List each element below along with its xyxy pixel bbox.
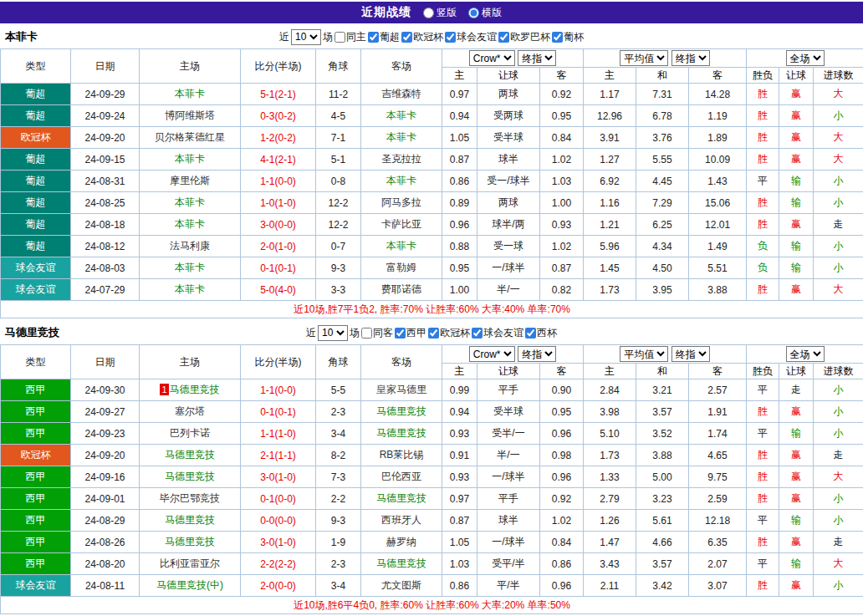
- match-date: 24-08-29: [71, 510, 140, 532]
- result-wdl: 胜: [747, 488, 779, 510]
- home-team: 贝尔格莱德红星: [140, 127, 241, 149]
- avg-home: 5.96: [584, 236, 636, 257]
- avg-draw: 5.61: [636, 510, 689, 532]
- league-filter[interactable]: 葡超: [368, 30, 400, 44]
- score: 1-2(0-2): [241, 127, 316, 149]
- average-select[interactable]: 平均值: [620, 346, 668, 362]
- score: 1-1(0-0): [241, 171, 316, 192]
- result-handicap: 输: [779, 171, 814, 192]
- odds-away: 0.96: [540, 423, 584, 445]
- result-goals: 小: [814, 192, 863, 214]
- result-goals: 小: [814, 575, 863, 597]
- final-odds-select[interactable]: 终指: [672, 50, 710, 66]
- avg-home: 1.45: [584, 257, 636, 279]
- result-wdl: 胜: [747, 575, 779, 597]
- result-goals: 大: [814, 553, 863, 575]
- result-wdl: 胜: [747, 214, 779, 236]
- league-filter[interactable]: 葡杯: [552, 30, 584, 44]
- handicap-line: 半/一: [477, 279, 540, 301]
- odds-away: 0.96: [540, 575, 584, 597]
- column-header-avg-draw: 和: [636, 68, 689, 84]
- average-select[interactable]: 平均值: [620, 50, 668, 66]
- home-team: 法马利康: [140, 236, 241, 257]
- avg-home: 1.47: [584, 532, 636, 553]
- handicap-line: 球半: [477, 149, 540, 171]
- odds-home: 1.00: [442, 279, 477, 301]
- final-odds-select[interactable]: 终指: [518, 50, 556, 66]
- score: 1-1(0-0): [241, 379, 316, 401]
- column-header-odds-home: 主: [442, 68, 477, 84]
- match-date: 24-07-29: [71, 279, 140, 301]
- match-row: 西甲24-09-16马德里竞技3-0(1-0)7-3巴伦西亚0.93一/球半0.…: [1, 466, 863, 488]
- match-date: 24-09-15: [71, 149, 140, 171]
- home-team: 塞尔塔: [140, 401, 241, 423]
- section-head: 马德里竞技 近 10 场 同客 西甲 欧冠杯 球会友谊 西杯: [0, 321, 863, 344]
- match-date: 24-08-26: [71, 532, 140, 553]
- away-team: 圣克拉拉: [361, 149, 442, 171]
- result-goals: 大: [814, 466, 863, 488]
- league-checkbox[interactable]: [552, 32, 563, 43]
- horizontal-layout-radio[interactable]: [468, 8, 479, 18]
- league-checkbox[interactable]: [368, 32, 379, 43]
- league-filter[interactable]: 欧罗巴杯: [498, 30, 550, 44]
- vertical-layout-radio[interactable]: [423, 8, 434, 18]
- horizontal-layout-label: 横版: [482, 6, 502, 20]
- league-filter[interactable]: 西杯: [525, 326, 557, 340]
- home-team: 马德里竞技: [140, 532, 241, 553]
- result-group: 全场: [747, 49, 863, 68]
- match-count-select[interactable]: 10: [318, 325, 348, 341]
- avg-away: 3.07: [689, 575, 747, 597]
- avg-draw: 5.55: [636, 149, 689, 171]
- match-count-select[interactable]: 10: [291, 29, 321, 45]
- league-filter[interactable]: 欧冠杯: [428, 326, 470, 340]
- league-checkbox[interactable]: [445, 32, 456, 43]
- odds-away: 1.03: [540, 171, 584, 192]
- league-checkbox[interactable]: [525, 328, 536, 339]
- layout-option-horizontal[interactable]: 横版: [468, 6, 502, 20]
- result-handicap: 输: [779, 236, 814, 257]
- away-team: 富勒姆: [361, 257, 442, 279]
- league-filter[interactable]: 欧冠杯: [401, 30, 443, 44]
- fulltime-select[interactable]: 全场: [786, 346, 825, 362]
- league-filter[interactable]: 球会友谊: [472, 326, 523, 340]
- bookmaker-select[interactable]: Crow*: [469, 50, 515, 66]
- handicap-odds-group: Crow* 终指: [442, 345, 584, 364]
- result-wdl: 平: [747, 379, 779, 401]
- result-wdl: 平: [747, 171, 779, 192]
- column-header-avg-home: 主: [584, 68, 636, 84]
- layout-option-vertical[interactable]: 竖版: [423, 6, 457, 20]
- corner-count: 3-4: [316, 575, 361, 597]
- league-checkbox[interactable]: [401, 32, 412, 43]
- same-venue-filter[interactable]: 同客: [361, 326, 393, 340]
- same-venue-checkbox[interactable]: [334, 32, 345, 43]
- corner-count: 7-3: [316, 466, 361, 488]
- fulltime-select[interactable]: 全场: [786, 50, 825, 66]
- odds-away: 0.95: [540, 105, 584, 127]
- same-venue-filter[interactable]: 同主: [334, 30, 366, 44]
- league-filter[interactable]: 西甲: [395, 326, 426, 340]
- final-odds-select[interactable]: 终指: [672, 346, 710, 362]
- avg-draw: 4.66: [636, 532, 689, 553]
- result-handicap: 赢: [779, 466, 814, 488]
- avg-draw: 7.31: [636, 84, 689, 105]
- league-filter[interactable]: 球会友谊: [445, 30, 497, 44]
- odds-home: 1.05: [442, 532, 477, 553]
- avg-away: 4.65: [689, 445, 747, 466]
- league-checkbox[interactable]: [395, 328, 406, 339]
- avg-home: 3.43: [584, 553, 636, 575]
- league-badge: 球会友谊: [1, 257, 71, 279]
- avg-draw: 3.76: [636, 127, 689, 149]
- league-checkbox[interactable]: [472, 328, 483, 339]
- column-header-type: 类型: [1, 49, 71, 84]
- bookmaker-select[interactable]: Crow*: [469, 346, 515, 362]
- handicap-line: 半/一: [477, 445, 540, 466]
- odds-away: 0.90: [540, 379, 584, 401]
- home-team: 马德里竞技(中): [140, 575, 241, 597]
- league-checkbox[interactable]: [498, 32, 509, 43]
- avg-draw: 4.34: [636, 236, 689, 257]
- league-badge: 葡超: [1, 84, 71, 105]
- match-row: 葡超24-09-15本菲卡4-1(2-1)5-1圣克拉拉0.87球半1.021.…: [1, 149, 863, 171]
- league-checkbox[interactable]: [428, 328, 439, 339]
- same-venue-checkbox[interactable]: [361, 328, 372, 339]
- final-odds-select[interactable]: 终指: [518, 346, 556, 362]
